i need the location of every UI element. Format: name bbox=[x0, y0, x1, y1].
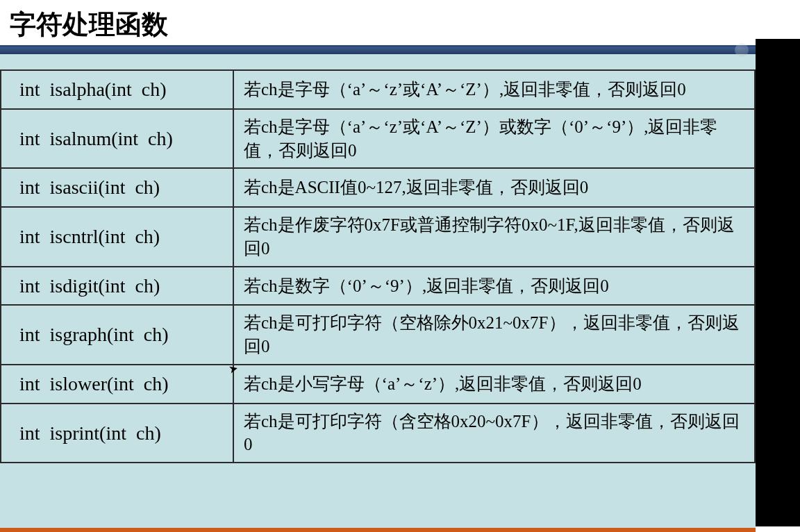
function-description: 若ch是字母（‘a’～‘z’或‘A’～‘Z’）,返回非零值，否则返回0 bbox=[233, 70, 755, 109]
table-row: int isprint(int ch) 若ch是可打印字符（含空格0x20~0x… bbox=[1, 404, 755, 463]
page-title: 字符处理函数 bbox=[10, 7, 756, 42]
function-signature: int isalnum(int ch) bbox=[1, 109, 233, 169]
function-description: 若ch是小写字母（‘a’～‘z’）,返回非零值，否则返回0 bbox=[233, 365, 755, 404]
function-signature: int iscntrl(int ch) bbox=[1, 207, 233, 267]
bottom-accent-bar bbox=[0, 528, 756, 532]
divider-bar bbox=[0, 47, 756, 54]
function-description: 若ch是ASCII值0~127,返回非零值，否则返回0 bbox=[233, 168, 755, 207]
table-row: int iscntrl(int ch) 若ch是作废字符0x7F或普通控制字符0… bbox=[1, 207, 755, 267]
strip-bottom-white bbox=[756, 526, 800, 532]
function-description: 若ch是字母（‘a’～‘z’或‘A’～‘Z’）或数字（‘0’～‘9’）,返回非零… bbox=[233, 109, 755, 169]
table-row: int islower(int ch) 若ch是小写字母（‘a’～‘z’）,返回… bbox=[1, 365, 755, 404]
function-table: int isalpha(int ch) 若ch是字母（‘a’～‘z’或‘A’～‘… bbox=[0, 69, 756, 463]
gap bbox=[0, 54, 756, 69]
table-row: int isalnum(int ch) 若ch是字母（‘a’～‘z’或‘A’～‘… bbox=[1, 109, 755, 169]
slide-page: 字符处理函数 int isalpha(int ch) 若ch是字母（‘a’～‘z… bbox=[0, 0, 756, 532]
strip-top-white bbox=[756, 0, 800, 39]
function-description: 若ch是可打印字符（空格除外0x21~0x7F），返回非零值，否则返回0 bbox=[233, 305, 755, 365]
function-description: 若ch是可打印字符（含空格0x20~0x7F），返回非零值，否则返回0 bbox=[233, 404, 755, 463]
table-row: int isascii(int ch) 若ch是ASCII值0~127,返回非零… bbox=[1, 168, 755, 207]
function-signature: int islower(int ch) bbox=[1, 365, 233, 404]
table-row: int isalpha(int ch) 若ch是字母（‘a’～‘z’或‘A’～‘… bbox=[1, 70, 755, 109]
function-description: 若ch是作废字符0x7F或普通控制字符0x0~1F,返回非零值，否则返回0 bbox=[233, 207, 755, 267]
function-signature: int isalpha(int ch) bbox=[1, 70, 233, 109]
function-signature: int isascii(int ch) bbox=[1, 168, 233, 207]
function-signature: int isprint(int ch) bbox=[1, 404, 233, 463]
function-description: 若ch是数字（‘0’～‘9’）,返回非零值，否则返回0 bbox=[233, 267, 755, 306]
title-area: 字符处理函数 bbox=[0, 0, 756, 47]
function-signature: int isdigit(int ch) bbox=[1, 267, 233, 306]
right-black-strip bbox=[756, 0, 800, 532]
function-signature: int isgraph(int ch) bbox=[1, 305, 233, 365]
table-row: int isgraph(int ch) 若ch是可打印字符（空格除外0x21~0… bbox=[1, 305, 755, 365]
table-row: int isdigit(int ch) 若ch是数字（‘0’～‘9’）,返回非零… bbox=[1, 267, 755, 306]
